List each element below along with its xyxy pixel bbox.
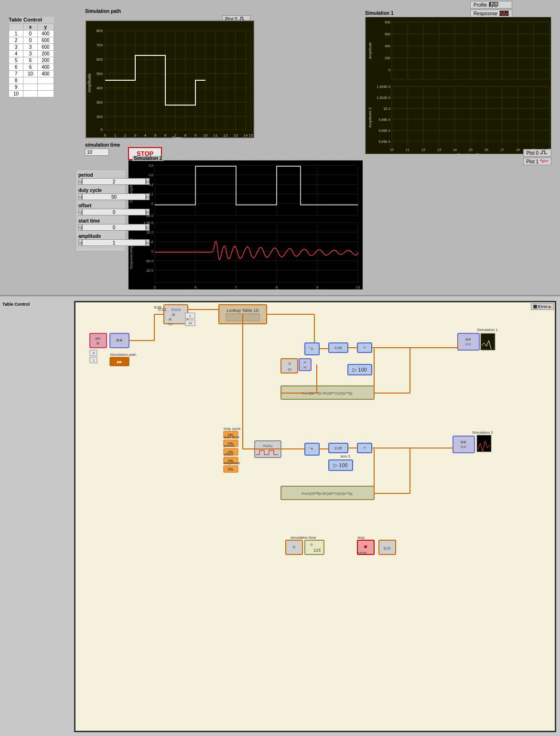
duty-cycle-down-btn[interactable]: ◁ — [78, 193, 82, 200]
offset-down-btn[interactable]: ◁ — [78, 209, 82, 215]
table-control: Table Control x y 1040020600336004320056… — [9, 17, 54, 97]
sim2-top-plot: 0,8 0,6 0,4 0,2 0 2E-5 Dive Amplitude — [129, 164, 358, 217]
svg-text:Simulation 2: Simulation 2 — [472, 430, 494, 435]
amplitude-down-btn[interactable]: ◁ — [78, 239, 82, 246]
period-down-btn[interactable]: ◁ — [78, 178, 82, 185]
svg-text:⊓⊔⊓⊔: ⊓⊔⊓⊔ — [263, 444, 272, 448]
duty-cycle-label: duty cycle — [78, 188, 123, 193]
svg-text:600: 600 — [97, 57, 103, 62]
svg-text:-: - — [309, 352, 310, 354]
svg-text:Δt: Δt — [172, 313, 175, 316]
svg-text:123: 123 — [313, 548, 321, 553]
sim1-top-grid — [392, 22, 549, 79]
svg-text:9,96E-4: 9,96E-4 — [378, 129, 390, 132]
svg-text:11: 11 — [406, 148, 409, 151]
amplitude-up-btn[interactable]: ▷ — [146, 239, 150, 246]
svg-text:500: 500 — [97, 72, 103, 76]
cell-num: 8 — [9, 77, 23, 84]
sim-path-svg: 800 700 600 500 400 300 200 0 0 1 2 3 4 … — [86, 21, 256, 139]
svg-text:Simulation Time: Simulation Time — [457, 152, 485, 154]
profile-button[interactable]: Profile — [470, 1, 512, 9]
svg-text:-1E-5: -1E-5 — [145, 269, 153, 272]
svg-text:-5E-6: -5E-6 — [145, 259, 153, 263]
svg-text:Lx: Lx — [169, 322, 172, 326]
amplitude-input[interactable]: 1 — [82, 239, 146, 246]
cell-x: 6 — [23, 64, 38, 71]
period-input[interactable]: 2 — [82, 178, 146, 185]
svg-text:1,002E-3: 1,002E-3 — [377, 96, 391, 99]
sim1-plot0-button[interactable]: Plot 0 — [523, 149, 551, 157]
svg-rect-244 — [477, 435, 491, 452]
svg-text:+: + — [311, 346, 313, 352]
timestep-label: 0,01 — [154, 305, 162, 309]
svg-text:b/m 2: b/m 2 — [341, 454, 351, 459]
offset-input[interactable]: 0 — [82, 209, 146, 215]
svg-text:DBL: DBL — [227, 468, 234, 471]
svg-text:1E-5: 1E-5 — [146, 231, 153, 234]
start-time-down-btn[interactable]: ◁ — [78, 224, 82, 231]
sim1-plot-buttons: Plot 0 Plot 1 — [523, 149, 551, 165]
svg-text:÷: ÷ — [363, 345, 366, 350]
cell-num: 10 — [9, 91, 23, 97]
svg-text:4: 4 — [144, 133, 147, 138]
svg-text:f=u*(10**5)+3*(10**11)*(u**3);: f=u*(10**5)+3*(10**11)*(u**3); — [302, 491, 353, 496]
period-up-btn[interactable]: ▷ — [146, 178, 150, 185]
svg-text:0.05: 0.05 — [334, 346, 342, 350]
sim1-title: Simulation 1 — [365, 11, 551, 16]
profile-label: Profile — [474, 2, 487, 8]
svg-text:12: 12 — [224, 133, 228, 138]
amplitude-control: amplitude ◁ 1 ▷ — [78, 234, 123, 246]
sim2-svg: 0,8 0,6 0,4 0,2 0 2E-5 Dive Amplitude — [129, 160, 363, 289]
sim-time-input[interactable]: 10 — [85, 149, 109, 156]
svg-text:offset: offset — [224, 452, 233, 457]
sim1-plot1-icon — [540, 159, 549, 164]
table-control-title: Table Control — [9, 17, 54, 22]
block-diagram-svg: ⊙⊙⊙ Δt dt Lx 0,01 1 10 Lookup Table 1D a… — [75, 302, 555, 731]
svg-text:16: 16 — [303, 366, 307, 369]
cell-x — [23, 91, 38, 97]
svg-text:Lookup Table 1D: Lookup Table 1D — [226, 308, 259, 313]
cell-num: 6 — [9, 64, 23, 71]
start-time-up-btn[interactable]: ▷ — [146, 224, 150, 231]
start-time-label: start time — [78, 218, 123, 224]
svg-text:amplitude: amplitude — [224, 461, 240, 465]
svg-text:duty cycle: duty cycle — [224, 427, 241, 431]
sim1-svg: 800 600 400 200 0 Amplitude — [365, 17, 551, 154]
svg-text:⊞⊕: ⊞⊕ — [116, 338, 123, 342]
svg-text:0: 0 — [151, 202, 153, 205]
svg-text:8: 8 — [184, 133, 187, 138]
duty-cycle-up-btn[interactable]: ▷ — [146, 193, 150, 200]
svg-text:Simulation 1: Simulation 1 — [477, 328, 498, 332]
col-header-x: x — [23, 24, 38, 31]
col-header-num — [9, 24, 23, 31]
svg-text:9,98E-4: 9,98E-4 — [378, 118, 390, 121]
svg-text:0: 0 — [104, 133, 107, 138]
amplitude-label: amplitude — [78, 234, 123, 239]
svg-text:STOP: STOP — [357, 552, 366, 555]
svg-text:0: 0 — [311, 543, 312, 546]
start-time-input[interactable]: 0 — [82, 224, 146, 231]
offset-label: offset — [78, 203, 123, 208]
svg-text:Amplitude 2: Amplitude 2 — [368, 107, 372, 128]
table-control-table: x y 104002060033600432005620066400710400… — [9, 23, 54, 97]
svg-text:⊙⊙⊙: ⊙⊙⊙ — [171, 308, 181, 312]
svg-text:0: 0 — [93, 352, 95, 355]
svg-text:9,94E-4: 9,94E-4 — [378, 140, 390, 143]
cell-x: 3 — [23, 44, 38, 51]
cell-x: 3 — [23, 51, 38, 57]
col-header-y: y — [38, 24, 54, 31]
cell-y: 400 — [38, 31, 54, 37]
svg-text:700: 700 — [97, 43, 103, 47]
svg-text:⊙⊙: ⊙⊙ — [383, 546, 391, 551]
svg-text:⊙⊙: ⊙⊙ — [465, 342, 471, 346]
svg-text:7: 7 — [235, 285, 237, 289]
svg-text:⊞⊕: ⊞⊕ — [465, 338, 471, 341]
sim1-plot1-button[interactable]: Plot 1 — [523, 158, 551, 165]
offset-up-btn[interactable]: ▷ — [146, 209, 150, 215]
svg-rect-207 — [481, 333, 495, 350]
svg-text:1: 1 — [114, 133, 117, 138]
svg-text:200: 200 — [385, 56, 390, 60]
svg-text:⊞: ⊞ — [97, 341, 99, 345]
duty-cycle-input[interactable]: 50 — [82, 193, 146, 200]
svg-text:1E-3: 1E-3 — [383, 107, 390, 110]
